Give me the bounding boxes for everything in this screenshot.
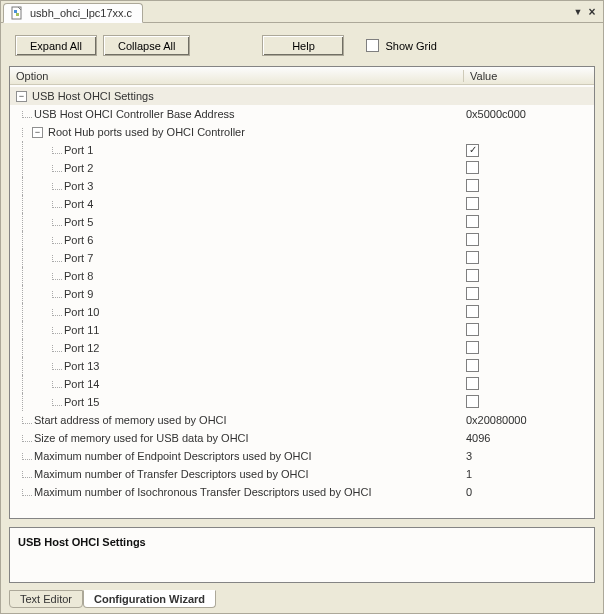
- tree-label: USB Host OHCI Settings: [30, 90, 154, 102]
- tree-label: Size of memory used for USB data by OHCI: [32, 432, 249, 444]
- column-header-option[interactable]: Option: [10, 70, 464, 82]
- tree-item[interactable]: Start address of memory used by OHCI 0x2…: [10, 411, 594, 429]
- tree-label: Port 2: [62, 162, 93, 174]
- svg-rect-1: [14, 10, 17, 13]
- tree-item-port[interactable]: Port 6: [10, 231, 594, 249]
- collapse-icon[interactable]: −: [16, 91, 27, 102]
- port-checkbox[interactable]: [466, 305, 479, 318]
- tree-item-port[interactable]: Port 13: [10, 357, 594, 375]
- tree-item-port[interactable]: Port 3: [10, 177, 594, 195]
- tree-item[interactable]: Maximum number of Transfer Descriptors u…: [10, 465, 594, 483]
- tree-item-port[interactable]: Port 4: [10, 195, 594, 213]
- tree-item[interactable]: Size of memory used for USB data by OHCI…: [10, 429, 594, 447]
- tree-label: Maximum number of Isochronous Transfer D…: [32, 486, 371, 498]
- tree-value: 4096: [460, 432, 590, 444]
- port-checkbox[interactable]: ✓: [466, 144, 479, 157]
- port-checkbox[interactable]: [466, 323, 479, 336]
- tree-label: Port 10: [62, 306, 99, 318]
- tab-label: Configuration Wizard: [94, 593, 205, 605]
- tree-item-port[interactable]: Port 9: [10, 285, 594, 303]
- tree-item[interactable]: Maximum number of Isochronous Transfer D…: [10, 483, 594, 501]
- tree-item-root[interactable]: − USB Host OHCI Settings: [10, 87, 594, 105]
- port-checkbox[interactable]: [466, 359, 479, 372]
- help-button[interactable]: Help: [262, 35, 344, 56]
- port-checkbox[interactable]: [466, 179, 479, 192]
- tree-item-port[interactable]: Port 15: [10, 393, 594, 411]
- document-tab-label: usbh_ohci_lpc17xx.c: [30, 7, 132, 19]
- tree-item[interactable]: USB Host OHCI Controller Base Address 0x…: [10, 105, 594, 123]
- detail-panel-title: USB Host OHCI Settings: [18, 536, 146, 548]
- tree-label: Port 15: [62, 396, 99, 408]
- port-checkbox[interactable]: [466, 197, 479, 210]
- tree-item-port[interactable]: Port 12: [10, 339, 594, 357]
- tree-item-root-hub[interactable]: − Root Hub ports used by OHCI Controller: [10, 123, 594, 141]
- tree-item-port[interactable]: Port 2: [10, 159, 594, 177]
- port-checkbox[interactable]: [466, 287, 479, 300]
- tree-item-port[interactable]: Port 1✓: [10, 141, 594, 159]
- port-checkbox[interactable]: [466, 233, 479, 246]
- tree-label: Port 6: [62, 234, 93, 246]
- tab-configuration-wizard[interactable]: Configuration Wizard: [83, 590, 216, 608]
- tree-value: 0x5000c000: [460, 108, 590, 120]
- document-tab[interactable]: usbh_ohci_lpc17xx.c: [3, 3, 143, 23]
- tree-label: Start address of memory used by OHCI: [32, 414, 227, 426]
- document-tab-bar: usbh_ohci_lpc17xx.c ▼ ×: [1, 1, 603, 23]
- tree-label: Port 14: [62, 378, 99, 390]
- tree-column-header: Option Value: [10, 67, 594, 85]
- collapse-all-button[interactable]: Collapse All: [103, 35, 190, 56]
- port-checkbox[interactable]: [466, 215, 479, 228]
- tree-label: USB Host OHCI Controller Base Address: [32, 108, 235, 120]
- tree-label: Maximum number of Endpoint Descriptors u…: [32, 450, 312, 462]
- tree-label: Port 7: [62, 252, 93, 264]
- config-tree: − USB Host OHCI Settings USB Host OHCI C…: [10, 85, 594, 518]
- tree-item[interactable]: Maximum number of Endpoint Descriptors u…: [10, 447, 594, 465]
- tab-dropdown-icon[interactable]: ▼: [571, 5, 585, 19]
- tree-value: 0x20080000: [460, 414, 590, 426]
- tree-item-port[interactable]: Port 7: [10, 249, 594, 267]
- port-checkbox[interactable]: [466, 251, 479, 264]
- show-grid-option[interactable]: Show Grid: [366, 39, 436, 52]
- port-checkbox[interactable]: [466, 269, 479, 282]
- tree-label: Root Hub ports used by OHCI Controller: [46, 126, 245, 138]
- file-c-icon: [10, 6, 24, 20]
- toolbar: Expand All Collapse All Help Show Grid: [1, 23, 603, 66]
- tree-label: Port 9: [62, 288, 93, 300]
- tree-label: Port 1: [62, 144, 93, 156]
- show-grid-label: Show Grid: [385, 40, 436, 52]
- svg-rect-2: [16, 13, 19, 16]
- column-header-value[interactable]: Value: [464, 70, 594, 82]
- tree-label: Port 5: [62, 216, 93, 228]
- tree-label: Port 12: [62, 342, 99, 354]
- tree-item-port[interactable]: Port 14: [10, 375, 594, 393]
- tree-label: Port 3: [62, 180, 93, 192]
- tree-label: Maximum number of Transfer Descriptors u…: [32, 468, 308, 480]
- port-checkbox[interactable]: [466, 377, 479, 390]
- port-checkbox[interactable]: [466, 341, 479, 354]
- tab-close-icon[interactable]: ×: [585, 5, 599, 19]
- tree-label: Port 11: [62, 324, 99, 336]
- tree-item-port[interactable]: Port 10: [10, 303, 594, 321]
- expand-all-button[interactable]: Expand All: [15, 35, 97, 56]
- tree-value: 3: [460, 450, 590, 462]
- tree-item-port[interactable]: Port 8: [10, 267, 594, 285]
- view-tab-bar: Text Editor Configuration Wizard: [1, 591, 603, 613]
- show-grid-checkbox[interactable]: [366, 39, 379, 52]
- tree-item-port[interactable]: Port 5: [10, 213, 594, 231]
- tree-label: Port 13: [62, 360, 99, 372]
- collapse-icon[interactable]: −: [32, 127, 43, 138]
- tree-value: 1: [460, 468, 590, 480]
- tree-item-port[interactable]: Port 11: [10, 321, 594, 339]
- config-tree-panel: Option Value − USB Host OHCI Settings US…: [9, 66, 595, 519]
- tab-label: Text Editor: [20, 593, 72, 605]
- tree-label: Port 8: [62, 270, 93, 282]
- tab-text-editor[interactable]: Text Editor: [9, 590, 83, 608]
- port-checkbox[interactable]: [466, 395, 479, 408]
- detail-panel: USB Host OHCI Settings: [9, 527, 595, 583]
- tree-value: 0: [460, 486, 590, 498]
- tree-label: Port 4: [62, 198, 93, 210]
- port-checkbox[interactable]: [466, 161, 479, 174]
